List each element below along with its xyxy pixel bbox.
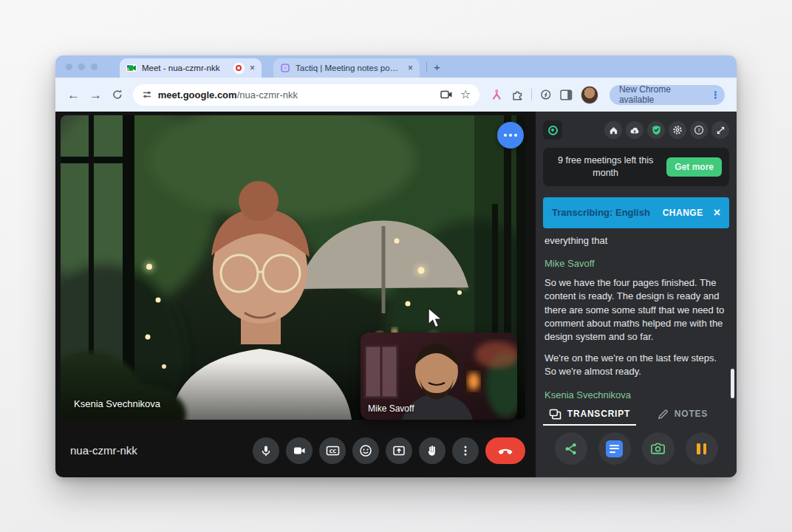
settings-gear-icon[interactable]: [669, 121, 686, 139]
mouse-cursor: [427, 307, 446, 330]
tab-title: Tactiq | Meeting notes power: [296, 64, 403, 72]
tab-close-icon[interactable]: ×: [408, 63, 413, 73]
desktop: Meet - nua-czmr-nkk × Tactiq | Meeting n…: [0, 0, 792, 532]
forward-icon[interactable]: →: [89, 89, 102, 101]
sidebar-scrollbar[interactable]: [731, 369, 734, 398]
quota-banner: 9 free meetings left this month Get more: [543, 148, 729, 186]
transcript-speaker: Mike Savoff: [544, 257, 728, 270]
profile-avatar[interactable]: [581, 86, 598, 104]
tab-close-icon[interactable]: ×: [250, 63, 255, 73]
recording-indicator-icon: [233, 63, 245, 74]
home-icon[interactable]: [604, 121, 622, 139]
camera-button[interactable]: [286, 437, 313, 464]
tab-transcript-label: TRANSCRIPT: [567, 409, 630, 419]
tab-strip: Meet - nua-czmr-nkk × Tactiq | Meeting n…: [55, 55, 737, 78]
site-settings-icon[interactable]: [142, 89, 152, 100]
tab-transcript[interactable]: TRANSCRIPT: [543, 403, 636, 426]
tab-title: Meet - nua-czmr-nkk: [142, 64, 228, 72]
quota-message: 9 free meetings left this month: [550, 154, 660, 180]
reload-icon[interactable]: [112, 89, 123, 100]
meet-stage: Ksenia Svechnikova: [55, 112, 536, 477]
menu-kebab-icon[interactable]: ⋮: [711, 89, 720, 100]
screenshot-button[interactable]: [642, 432, 675, 465]
export-doc-button[interactable]: [598, 432, 631, 465]
change-language-button[interactable]: CHANGE: [663, 208, 703, 218]
pause-icon: [697, 443, 706, 454]
transcript-text: So we have the four pages finished. The …: [544, 276, 728, 344]
tab-notes-label: NOTES: [675, 409, 708, 419]
tactiq-logo-icon: [543, 120, 562, 140]
transcript-speaker: Ksenia Svechnikova: [544, 389, 728, 402]
get-more-button[interactable]: Get more: [666, 157, 722, 177]
performance-icon[interactable]: [540, 89, 552, 100]
close-banner-icon[interactable]: ×: [714, 207, 720, 219]
transcript-list[interactable]: everything thatMike SavoffSo we have the…: [543, 228, 729, 403]
captions-button[interactable]: CC: [319, 437, 346, 464]
sidebar-actions: [543, 426, 729, 471]
tactiq-sidebar: ? 9 free meetings left this month Get mo…: [536, 112, 737, 477]
participant-name-label: Ksenia Svechnikova: [74, 398, 160, 409]
camera-permission-icon[interactable]: [440, 89, 453, 100]
present-screen-button[interactable]: [386, 437, 412, 464]
chat-bubble-button[interactable]: [497, 122, 524, 149]
zoom-window-icon[interactable]: [91, 64, 98, 70]
minimize-window-icon[interactable]: [78, 64, 85, 70]
url-text[interactable]: meet.google.com/nua-czmr-nkk: [158, 89, 298, 100]
tab-tactiq[interactable]: Tactiq | Meeting notes power ×: [273, 58, 420, 78]
self-name-label: Mike Savoff: [368, 403, 414, 414]
svg-text:?: ?: [697, 128, 700, 134]
toolbar-divider: [531, 89, 532, 100]
extensions-area: New Chrome available ⋮: [491, 85, 725, 105]
self-view-tile[interactable]: Mike Savoff: [361, 332, 517, 420]
privacy-shield-icon[interactable]: [647, 121, 665, 139]
tab-divider: [426, 61, 427, 72]
transcript-text: We're on the we're on the last few steps…: [544, 352, 728, 379]
bookmark-star-icon[interactable]: ☆: [460, 89, 471, 100]
update-label: New Chrome available: [619, 84, 706, 105]
url-bar[interactable]: meet.google.com/nua-czmr-nkk ☆: [133, 84, 480, 106]
window-controls[interactable]: [66, 64, 98, 70]
transcribing-banner: Transcribing: English CHANGE ×: [543, 197, 729, 228]
more-options-button[interactable]: [452, 437, 479, 464]
tab-notes[interactable]: NOTES: [636, 403, 729, 426]
transcript-text: everything that: [544, 234, 728, 248]
meet-control-bar: nua-czmr-nkk CC: [55, 423, 536, 477]
transcribing-label: Transcribing: English: [552, 207, 650, 218]
side-panel-icon[interactable]: [560, 89, 573, 100]
microphone-button[interactable]: [253, 437, 279, 464]
pause-recording-button[interactable]: [686, 432, 718, 465]
tactiq-header: ?: [543, 119, 729, 141]
help-icon[interactable]: ?: [690, 121, 708, 139]
browser-toolbar: ← → meet.google.com/nua-czmr-nkk ☆ Ne: [55, 78, 737, 112]
browser-window: Meet - nua-czmr-nkk × Tactiq | Meeting n…: [55, 55, 737, 477]
raise-hand-button[interactable]: [419, 437, 446, 464]
close-window-icon[interactable]: [66, 64, 72, 70]
extensions-puzzle-icon[interactable]: [511, 89, 524, 101]
share-button[interactable]: [555, 432, 587, 465]
reactions-button[interactable]: [352, 437, 379, 464]
sidebar-tabs: TRANSCRIPT NOTES: [543, 403, 729, 426]
google-meet-icon: [126, 63, 137, 73]
google-docs-icon: [606, 440, 623, 457]
back-icon[interactable]: ←: [67, 89, 80, 101]
tab-meet[interactable]: Meet - nua-czmr-nkk ×: [120, 58, 262, 78]
cloud-sync-icon[interactable]: [626, 121, 644, 139]
resize-panel-icon[interactable]: [711, 121, 729, 139]
chrome-update-button[interactable]: New Chrome available ⋮: [610, 85, 725, 105]
page-content: Ksenia Svechnikova: [55, 112, 737, 477]
end-call-button[interactable]: [485, 437, 525, 464]
tactiq-extension-icon[interactable]: [491, 89, 503, 101]
svg-text:CC: CC: [329, 448, 336, 454]
new-tab-button[interactable]: +: [434, 61, 440, 73]
meeting-code: nua-czmr-nkk: [70, 444, 137, 457]
tactiq-tab-icon: [280, 63, 290, 73]
